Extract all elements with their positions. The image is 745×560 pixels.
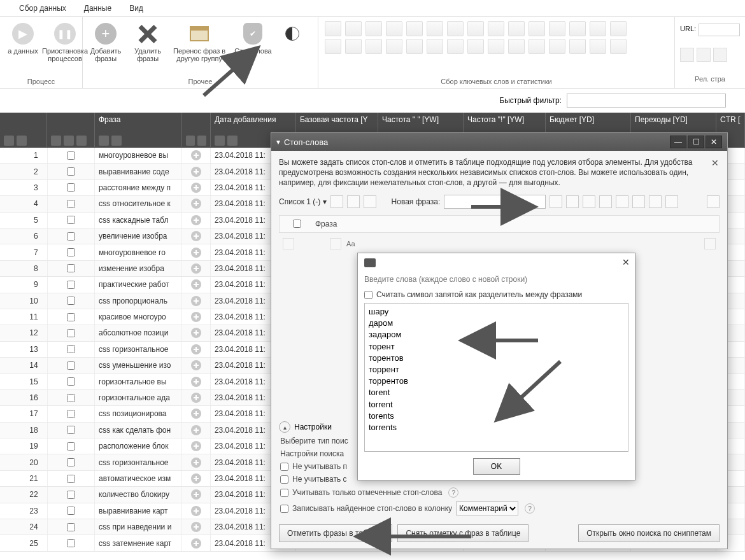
toolbar-icon[interactable] bbox=[345, 39, 362, 54]
expand-icon[interactable] bbox=[191, 425, 201, 435]
help-icon[interactable]: ? bbox=[525, 503, 535, 514]
select-all-checkbox[interactable] bbox=[293, 220, 301, 228]
expand-icon[interactable] bbox=[191, 344, 201, 354]
column-select[interactable]: Комментарий bbox=[456, 501, 518, 515]
col-phrase[interactable]: Фраза bbox=[99, 115, 178, 124]
toolbar-icon[interactable] bbox=[529, 21, 545, 36]
row-checkbox[interactable] bbox=[67, 264, 75, 272]
expand-icon[interactable] bbox=[191, 296, 201, 306]
expand-icon[interactable] bbox=[191, 167, 201, 177]
col-clicks[interactable]: Переходы [YD] bbox=[635, 115, 712, 124]
row-checkbox[interactable] bbox=[67, 377, 75, 386]
filter-icon[interactable] bbox=[283, 238, 294, 249]
col-budget[interactable]: Бюджет [YD] bbox=[550, 115, 627, 124]
col-freq1[interactable]: Частота " " [YW] bbox=[382, 115, 459, 124]
add-list-icon[interactable] bbox=[330, 195, 343, 208]
close-icon[interactable]: ✕ bbox=[709, 157, 721, 169]
menu-item[interactable]: Сбор данных bbox=[19, 4, 66, 13]
copy-icon[interactable] bbox=[599, 195, 612, 208]
toolbar-icon[interactable] bbox=[467, 39, 484, 54]
filter-icon[interactable] bbox=[330, 238, 341, 249]
toolbar-icon[interactable] bbox=[590, 39, 606, 54]
move-phrases-button[interactable]: Перенос фраз в другую группу bbox=[171, 20, 228, 65]
row-checkbox[interactable] bbox=[67, 281, 75, 289]
expand-icon[interactable] bbox=[191, 522, 201, 532]
expand-icon[interactable] bbox=[191, 231, 201, 241]
row-checkbox[interactable] bbox=[67, 458, 75, 466]
contrast-button[interactable] bbox=[278, 20, 306, 50]
toolbar-icon[interactable] bbox=[427, 21, 443, 36]
expand-icon[interactable] bbox=[191, 248, 201, 258]
menu-item[interactable]: Вид bbox=[129, 4, 143, 13]
col-ctr[interactable]: CTR [Y bbox=[720, 115, 741, 124]
expand-icon[interactable] bbox=[191, 183, 201, 193]
row-checkbox[interactable] bbox=[67, 426, 75, 434]
toolbar-icon[interactable] bbox=[610, 21, 627, 36]
expand-icon[interactable] bbox=[191, 473, 201, 484]
row-checkbox[interactable] bbox=[67, 361, 75, 370]
open-icon[interactable] bbox=[566, 195, 579, 208]
expand-icon[interactable] bbox=[191, 409, 201, 419]
toolbar-icon[interactable] bbox=[325, 21, 341, 36]
toolbar-icon[interactable] bbox=[569, 21, 586, 36]
expand-icon[interactable] bbox=[191, 360, 201, 370]
expand-icon[interactable] bbox=[191, 279, 201, 290]
col-base[interactable]: Базовая частота [Y bbox=[300, 115, 374, 124]
toolbar-icon[interactable] bbox=[488, 21, 504, 36]
row-checkbox[interactable] bbox=[67, 539, 75, 547]
row-checkbox[interactable] bbox=[67, 232, 75, 241]
expand-icon[interactable] bbox=[191, 393, 201, 403]
toolbar-icon[interactable] bbox=[508, 39, 525, 54]
cut-icon[interactable] bbox=[649, 195, 662, 208]
expand-icon[interactable] bbox=[191, 263, 201, 274]
toolbar-icon[interactable] bbox=[365, 39, 382, 54]
toolbar-icon[interactable] bbox=[345, 21, 362, 36]
dialog-titlebar[interactable]: ▾ Стоп-слова — ☐ ✕ bbox=[271, 133, 727, 151]
toolbar-icon[interactable] bbox=[549, 39, 565, 54]
expand-icon[interactable] bbox=[191, 441, 201, 451]
add-phrases-button[interactable]: + Добавить фразы bbox=[87, 20, 125, 65]
toolbar-icon[interactable] bbox=[488, 39, 504, 54]
toolbar-icon[interactable] bbox=[365, 21, 382, 36]
row-checkbox[interactable] bbox=[67, 297, 75, 305]
comma-separator-checkbox[interactable] bbox=[364, 291, 372, 299]
layout-icon[interactable] bbox=[707, 195, 720, 208]
toolbar-icon[interactable] bbox=[467, 21, 484, 36]
row-checkbox[interactable] bbox=[67, 183, 75, 192]
row-checkbox[interactable] bbox=[67, 200, 75, 208]
col-date[interactable]: Дата добавления bbox=[215, 115, 292, 124]
toolbar-icon[interactable] bbox=[508, 21, 525, 36]
minimize-icon[interactable]: — bbox=[670, 136, 686, 148]
url-input[interactable] bbox=[699, 24, 740, 36]
toolbar-icon[interactable] bbox=[427, 39, 443, 54]
help-icon[interactable]: ? bbox=[448, 487, 458, 498]
expand-icon[interactable] bbox=[191, 377, 201, 387]
filter-icon[interactable] bbox=[704, 238, 716, 249]
expand-icon[interactable] bbox=[191, 199, 201, 209]
col-freq2[interactable]: Частота "!" [YW] bbox=[467, 115, 541, 124]
ignore-symbols-checkbox[interactable] bbox=[280, 475, 288, 484]
menu-item[interactable]: Данные bbox=[84, 4, 111, 13]
paste-icon[interactable] bbox=[616, 195, 628, 208]
collapse-icon[interactable]: ▴ bbox=[279, 421, 290, 433]
toolbar-icon[interactable] bbox=[610, 39, 627, 54]
expand-icon[interactable] bbox=[191, 489, 201, 500]
row-checkbox[interactable] bbox=[67, 167, 75, 176]
toolbar-icon[interactable] bbox=[325, 39, 341, 54]
quick-filter-input[interactable] bbox=[567, 94, 726, 108]
unmark-phrases-button[interactable]: Снять отметку с фраз в таблице bbox=[397, 524, 529, 542]
toolbar-icon[interactable] bbox=[447, 39, 464, 54]
save-icon[interactable] bbox=[583, 195, 595, 208]
stop-words-button[interactable]: ✔ Стоп-слова bbox=[232, 20, 274, 57]
delete-phrases-button[interactable]: Удалить фразы bbox=[129, 20, 167, 65]
row-checkbox[interactable] bbox=[67, 329, 75, 337]
expand-icon[interactable] bbox=[191, 328, 201, 338]
toolbar-icon[interactable] bbox=[590, 21, 606, 36]
toolbar-icon[interactable] bbox=[447, 21, 464, 36]
row-checkbox[interactable] bbox=[67, 248, 75, 256]
close-icon[interactable]: ✕ bbox=[622, 257, 630, 267]
toolbar-icon[interactable] bbox=[529, 39, 545, 54]
engine-icon[interactable] bbox=[713, 48, 727, 62]
row-checkbox[interactable] bbox=[67, 491, 75, 499]
expand-icon[interactable] bbox=[191, 538, 201, 549]
